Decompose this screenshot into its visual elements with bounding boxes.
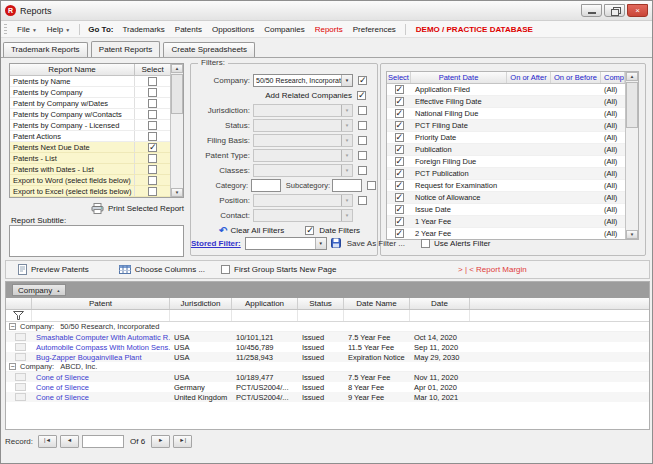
menu-trademarks[interactable]: Trademarks <box>117 25 169 34</box>
date-select-checkbox[interactable] <box>395 121 404 130</box>
date-select-checkbox[interactable] <box>395 193 404 202</box>
result-row[interactable]: Cone of SilenceUnited KingdomPCT/US2004/… <box>6 392 649 402</box>
result-row[interactable]: Automobile Compass With Motion Sens...US… <box>6 342 649 352</box>
date-select-checkbox[interactable] <box>395 169 404 178</box>
status-filter-cell[interactable] <box>298 310 344 321</box>
result-row[interactable]: Cone of SilenceGermanyPCT/US2004/...Issu… <box>6 382 649 392</box>
patent-link[interactable]: Cone of Silence <box>32 373 170 382</box>
report-select-checkbox[interactable] <box>148 99 157 108</box>
report-row[interactable]: Patents - List <box>10 153 170 164</box>
menu-help[interactable]: Help▼ <box>42 25 75 34</box>
menu-patents[interactable]: Patents <box>170 25 207 34</box>
last-record-button[interactable]: ►| <box>173 435 192 448</box>
report-row[interactable]: Patents by Company <box>10 87 170 98</box>
compl-cell[interactable]: (All) <box>601 217 625 226</box>
restore-button[interactable] <box>604 4 625 17</box>
scroll-up-icon[interactable]: ▲ <box>171 64 183 73</box>
save-as-filter-button[interactable]: Save As Filter ... <box>347 239 405 248</box>
report-row[interactable]: Patents Next Due Date <box>10 142 170 153</box>
on-or-before-column-header[interactable]: On or Before <box>551 72 601 83</box>
result-row[interactable]: Smashable Computer With Automatic R...US… <box>6 332 649 342</box>
result-row[interactable]: Bug-Zapper Bougainvillea PlantUSA11/258,… <box>6 352 649 362</box>
company-group-button[interactable]: Company ▴ <box>12 284 66 296</box>
report-list-scrollbar[interactable]: ▲ ▼ <box>170 64 183 197</box>
chevron-down-icon[interactable]: ▼ <box>315 238 326 249</box>
patent-filter-cell[interactable] <box>32 310 170 321</box>
report-select-checkbox[interactable] <box>148 88 157 97</box>
jurisdiction-dropdown[interactable]: ▼ <box>253 104 353 117</box>
date-select-checkbox[interactable] <box>395 205 404 214</box>
menu-preferences[interactable]: Preferences <box>348 25 401 34</box>
classes-dropdown[interactable]: ▼ <box>253 164 353 177</box>
patent-type-checkbox[interactable] <box>358 151 367 160</box>
compl-cell[interactable]: (All) <box>601 169 625 178</box>
group-row[interactable]: −Company:50/50 Research, Incorporated <box>6 322 649 332</box>
scroll-down-icon[interactable]: ▼ <box>171 188 183 197</box>
report-row[interactable]: Export to Word (select fields below) <box>10 175 170 186</box>
row-indicator-cell[interactable] <box>6 352 32 362</box>
patent-link[interactable]: Automobile Compass With Motion Sens... <box>32 343 170 352</box>
previous-record-button[interactable]: ◄ <box>60 435 79 448</box>
select-column-header[interactable]: Select <box>387 72 411 83</box>
date-select-checkbox[interactable] <box>395 97 404 106</box>
position-checkbox[interactable] <box>358 196 367 205</box>
date-column-header[interactable]: Date <box>410 298 470 309</box>
print-selected-report-button[interactable]: Print Selected Report <box>9 202 184 214</box>
category-checkbox[interactable] <box>367 181 376 190</box>
select-header[interactable]: Select <box>134 64 170 75</box>
patent-link[interactable]: Bug-Zapper Bougainvillea Plant <box>32 353 170 362</box>
date-select-checkbox[interactable] <box>395 181 404 190</box>
date-select-checkbox[interactable] <box>395 85 404 94</box>
patent-type-dropdown[interactable]: ▼ <box>253 149 353 162</box>
first-group-checkbox[interactable] <box>221 265 230 274</box>
date-grid-scrollbar[interactable]: ▲ ▼ <box>625 72 638 239</box>
status-dropdown[interactable]: ▼ <box>253 119 353 132</box>
menu-file[interactable]: File▼ <box>12 25 42 34</box>
tab-patent-reports[interactable]: Patent Reports <box>91 41 160 57</box>
choose-columns-button[interactable]: Choose Columns ... <box>119 265 205 274</box>
date-select-checkbox[interactable] <box>395 157 404 166</box>
scrollbar-thumb[interactable] <box>171 74 183 114</box>
first-record-button[interactable]: |◄ <box>38 435 57 448</box>
compl-cell[interactable]: (All) <box>601 85 625 94</box>
scrollbar-thumb[interactable] <box>626 82 638 128</box>
compl-cell[interactable]: (All) <box>601 145 625 154</box>
status-column-header[interactable]: Status <box>298 298 344 309</box>
stored-filter-link[interactable]: Stored Filter: <box>191 239 241 248</box>
report-select-checkbox[interactable] <box>148 187 157 196</box>
report-select-checkbox[interactable] <box>148 143 157 152</box>
row-indicator-cell[interactable] <box>6 332 32 342</box>
filing-basis-checkbox[interactable] <box>358 136 367 145</box>
report-margin-control[interactable]: > | < Report Margin <box>458 265 527 274</box>
date-select-checkbox[interactable] <box>395 109 404 118</box>
category-input[interactable] <box>251 179 281 192</box>
patent-date-column-header[interactable]: Patent Date <box>411 72 507 83</box>
jurisdiction-column-header[interactable]: Jurisdiction <box>170 298 232 309</box>
row-indicator-cell[interactable] <box>6 342 32 352</box>
patent-link[interactable]: Cone of Silence <box>32 383 170 392</box>
contact-dropdown[interactable]: ▼ <box>253 209 353 222</box>
report-name-header[interactable]: Report Name <box>10 65 134 74</box>
menu-companies[interactable]: Companies <box>259 25 309 34</box>
menu-oppositions[interactable]: Oppositions <box>207 25 259 34</box>
on-or-after-column-header[interactable]: On or After <box>507 72 551 83</box>
use-alerts-filter-checkbox[interactable] <box>421 239 430 248</box>
date-select-checkbox[interactable] <box>395 217 404 226</box>
position-dropdown[interactable]: ▼ <box>253 194 353 207</box>
compl-cell[interactable]: (All) <box>601 229 625 238</box>
date-filters-checkbox[interactable] <box>305 226 314 235</box>
report-select-checkbox[interactable] <box>148 110 157 119</box>
add-related-companies-checkbox[interactable] <box>357 91 366 100</box>
minimize-button[interactable] <box>581 4 602 17</box>
close-button[interactable]: × <box>627 4 648 17</box>
tab-create-spreadsheets[interactable]: Create Spreadsheets <box>163 42 255 57</box>
patent-link[interactable]: Cone of Silence <box>32 393 170 402</box>
date-select-checkbox[interactable] <box>395 133 404 142</box>
row-indicator-cell[interactable] <box>6 382 32 392</box>
date-select-checkbox[interactable] <box>395 145 404 154</box>
report-subtitle-input[interactable] <box>9 225 184 257</box>
report-row[interactable]: Patents by Name <box>10 76 170 87</box>
report-row[interactable]: Patents by Company w/Contacts <box>10 109 170 120</box>
compl-column-header[interactable]: Compl. <box>601 72 625 83</box>
application-column-header[interactable]: Application <box>232 298 298 309</box>
